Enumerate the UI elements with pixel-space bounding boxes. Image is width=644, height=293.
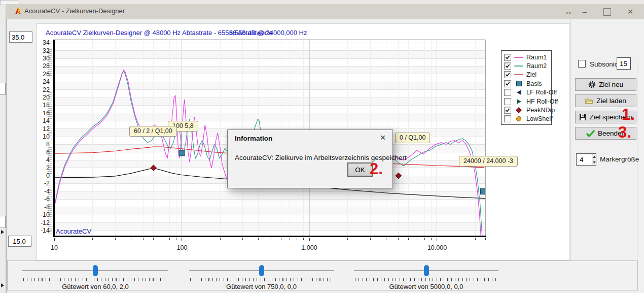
information-dialog: Information × AcourateCV: Zielkurve im A…	[227, 129, 393, 188]
legend-item-peakndip[interactable]: PeakNDip	[502, 106, 551, 114]
background-cursor-fragment	[1, 230, 4, 234]
maximize-button[interactable]	[603, 8, 611, 16]
legend-item-lowshelf[interactable]: LowShelf	[502, 115, 551, 123]
marker-size-label: Markergröße	[600, 155, 639, 163]
folder-open-icon	[585, 97, 593, 105]
legend-label: Raum1	[526, 54, 547, 61]
ziel-neu-button[interactable]: Ziel neu	[575, 78, 636, 91]
x-tick-label: 100	[177, 244, 188, 251]
plot-band	[55, 113, 485, 121]
y-min-input[interactable]	[8, 236, 31, 247]
plot-band	[55, 51, 485, 58]
resize-horizontal-icon[interactable]: ↔	[562, 7, 575, 17]
slider-thumb[interactable]	[424, 265, 429, 276]
y-tick-label: 22	[34, 86, 50, 93]
slider-ticks	[355, 278, 497, 281]
minimize-button[interactable]: –	[578, 7, 591, 17]
y-tick-label: 6	[34, 149, 50, 156]
slider-label: Gütewert von 60,0, 2,0	[22, 283, 168, 290]
legend-label: PeakNDip	[526, 107, 555, 114]
x-tick-label: 10	[51, 244, 58, 251]
subsonic-checkbox[interactable]	[578, 60, 586, 68]
slider-label: Gütewert von 5000,0, 0,0	[354, 283, 498, 290]
marker-tag: 60 / 2 / Q1,00	[129, 126, 177, 137]
legend-checkbox[interactable]	[504, 54, 511, 61]
legend-item-basis[interactable]: Basis	[502, 79, 551, 88]
y-tick-label: 10	[34, 133, 50, 140]
y-tick-label: 4	[34, 156, 50, 164]
line-symbol-icon	[514, 66, 524, 67]
y-tick-label: 14	[34, 117, 50, 124]
legend-item-raum2[interactable]: Raum2	[502, 61, 551, 70]
legend-label: Raum2	[526, 62, 547, 70]
legend-label: Basis	[526, 80, 542, 87]
spinner-up-icon[interactable]	[592, 154, 596, 159]
plot-band	[55, 207, 485, 215]
close-button[interactable]: ×	[624, 7, 637, 17]
y-tick-label: -14	[34, 227, 50, 234]
line-symbol-icon	[514, 74, 524, 75]
plot-band	[55, 97, 485, 105]
legend-checkbox[interactable]	[504, 62, 511, 70]
x-tick-label: 10.000	[427, 244, 447, 251]
background-cursor-fragment	[1, 283, 4, 287]
subsonic-value-input[interactable]	[617, 57, 631, 70]
y-max-input[interactable]	[9, 31, 32, 43]
y-tick-label: 0	[34, 172, 50, 179]
green-check-icon	[586, 130, 595, 137]
y-tick-label: -10	[34, 211, 50, 218]
legend-checkbox[interactable]	[504, 98, 511, 105]
legend-item-ziel[interactable]: Ziel	[502, 71, 551, 79]
cursor-readout: 6,556 dB @ 24000,000 Hz	[229, 29, 307, 37]
watermark: AcourateCV	[56, 227, 91, 235]
circle-symbol-icon	[514, 116, 524, 121]
legend-checkbox[interactable]	[504, 115, 511, 122]
legend-item-hf-roll-off[interactable]: HF Roll-Off	[502, 97, 551, 106]
ok-button[interactable]: OK	[347, 162, 373, 177]
slider-thumb[interactable]	[259, 265, 264, 276]
y-tick-label: -12	[34, 219, 50, 226]
legend-item-raum1[interactable]: Raum1	[502, 53, 551, 61]
y-tick-label: 12	[34, 125, 50, 133]
gear-icon	[588, 81, 596, 88]
legend-checkbox[interactable]	[504, 107, 511, 114]
annotation-step-2: 2.	[370, 161, 383, 177]
legend-checkbox[interactable]	[504, 71, 511, 78]
marker-size-stepper[interactable]	[576, 153, 596, 166]
y-tick-label: -6	[34, 196, 50, 203]
slider-ticks	[190, 278, 333, 281]
basis-marker[interactable]	[179, 150, 185, 156]
y-tick-label: -4	[34, 188, 50, 195]
marker-tag: 0 / Q1,00	[395, 133, 430, 143]
y-tick-label: -8	[34, 204, 50, 211]
legend-label: LowShelf	[526, 115, 552, 122]
y-tick-label: 8	[34, 141, 50, 148]
legend-label: LF Roll-Off	[526, 89, 557, 96]
slider-label: Gütewert von 750,0, 0,0	[189, 283, 334, 290]
plot-band	[55, 223, 485, 231]
line-symbol-icon	[514, 57, 524, 58]
legend-item-lf-roll-off[interactable]: LF Roll-Off	[502, 88, 551, 97]
slider-thumb[interactable]	[93, 265, 98, 276]
y-tick-label: -2	[34, 180, 50, 187]
legend-label: Ziel	[526, 71, 536, 78]
x-tick-label: 1.000	[301, 244, 317, 251]
dialog-close-icon[interactable]: ×	[377, 133, 388, 143]
spinner-down-icon[interactable]	[592, 159, 596, 165]
legend-checkbox[interactable]	[504, 89, 511, 96]
y-tick-label: 18	[34, 102, 50, 109]
marker-size-input[interactable]	[577, 154, 592, 165]
legend-label: HF Roll-Off	[526, 98, 558, 105]
button-label: Ziel laden	[596, 97, 626, 105]
y-tick-label: 32	[34, 47, 50, 54]
y-tick-label: 24	[34, 78, 50, 85]
button-label: Ziel neu	[599, 81, 623, 88]
q-slider-5000hz: Gütewert von 5000,0, 0,0	[354, 265, 498, 290]
y-tick-label: 20	[34, 94, 50, 101]
annotation-step-1: 1.	[622, 107, 635, 122]
y-tick-label: 2	[34, 165, 50, 172]
legend-checkbox[interactable]	[504, 80, 511, 87]
background-fragment	[0, 83, 6, 95]
y-tick-label: 16	[34, 110, 50, 117]
triangle-right-symbol-icon	[514, 99, 524, 104]
